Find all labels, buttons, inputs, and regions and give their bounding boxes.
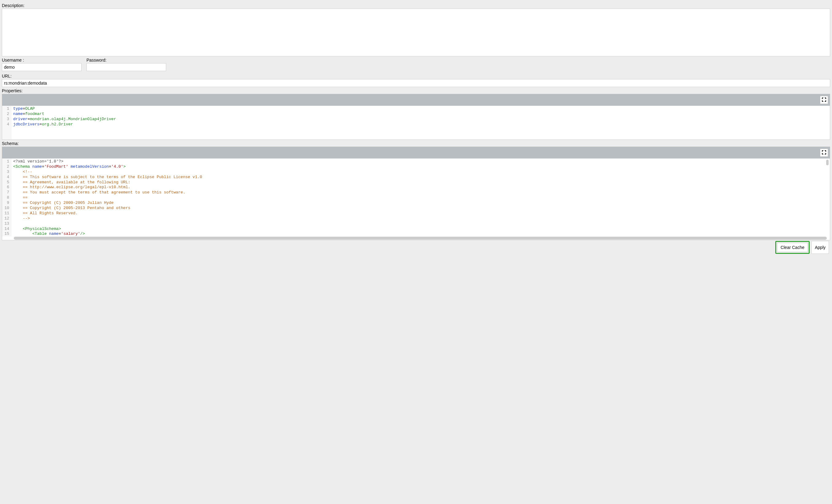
schema-code-area[interactable]: 12345678910111213141516171819 <?xml vers… [2, 159, 830, 236]
schema-label: Schema: [2, 140, 830, 146]
username-input[interactable] [2, 63, 81, 71]
schema-horizontal-scrollbar[interactable] [2, 236, 830, 240]
schema-editor: 12345678910111213141516171819 <?xml vers… [2, 147, 830, 240]
properties-toolbar [2, 94, 830, 106]
expand-icon [822, 98, 826, 103]
config-form: Description: Username : Password: URL: P… [0, 0, 832, 258]
schema-vertical-scrollbar[interactable] [826, 160, 829, 165]
properties-gutter: 1234 [2, 106, 11, 139]
schema-toolbar [2, 147, 830, 159]
username-label: Username : [2, 56, 81, 62]
url-input[interactable] [2, 79, 830, 87]
properties-editor: 1234 type=OLAPname=foodmartdriver=mondri… [2, 94, 830, 140]
properties-label: Properties: [2, 87, 830, 93]
description-textarea[interactable] [2, 8, 830, 56]
schema-gutter: 12345678910111213141516171819 [2, 159, 11, 236]
clear-cache-button[interactable]: Clear Cache [777, 243, 808, 252]
schema-code[interactable]: <?xml version='1.0'?><Schema name='FoodM… [11, 159, 830, 236]
apply-button[interactable]: Apply [811, 241, 829, 254]
description-label: Description: [2, 2, 830, 8]
password-input[interactable] [86, 63, 166, 71]
properties-code[interactable]: type=OLAPname=foodmartdriver=mondrian.ol… [11, 106, 830, 139]
url-label: URL: [2, 72, 830, 78]
schema-expand-button[interactable] [820, 149, 828, 157]
clear-cache-highlight: Clear Cache [775, 241, 810, 254]
password-label: Password: [86, 56, 166, 62]
properties-expand-button[interactable] [820, 96, 828, 104]
button-row: Clear Cache Apply [2, 240, 830, 256]
properties-code-area[interactable]: 1234 type=OLAPname=foodmartdriver=mondri… [2, 106, 830, 139]
expand-icon [822, 150, 826, 155]
